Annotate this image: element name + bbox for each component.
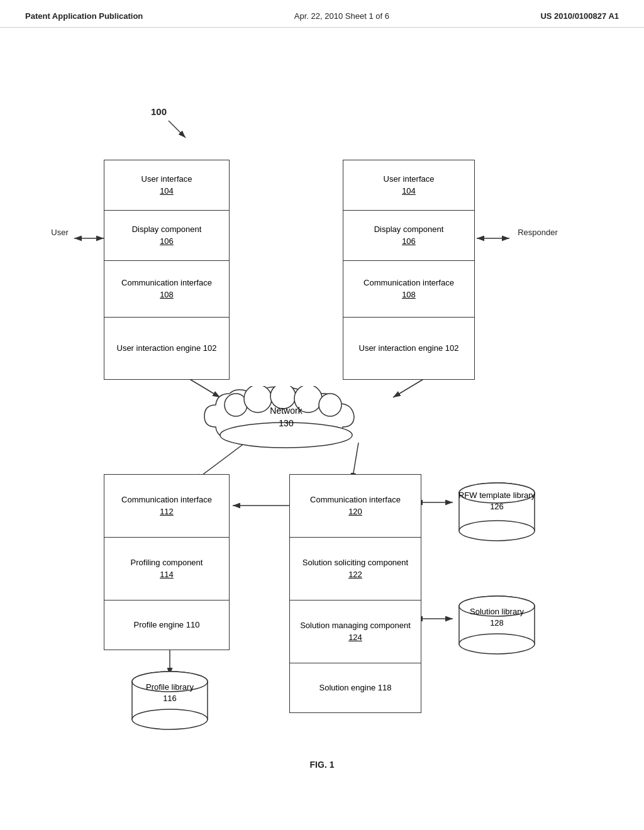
left-display-box: Display component 106 <box>104 211 229 261</box>
svg-point-21 <box>132 709 208 729</box>
page-header: Patent Application Publication Apr. 22, … <box>0 0 644 28</box>
profile-engine-text: Profile engine 110 <box>134 619 200 631</box>
left-display-ref: 106 <box>160 236 174 247</box>
solution-managing-text: Solution managing component <box>300 620 411 631</box>
left-engine-text: User interaction engine 102 <box>117 343 217 354</box>
rfw-template-cylinder: RFW template library 126 <box>453 480 541 543</box>
user-label: User <box>44 228 75 237</box>
comm120-text: Communication interface <box>310 494 401 506</box>
right-ui-text: User interface <box>384 174 435 185</box>
profile-library-cylinder: Profile library 116 <box>126 669 214 732</box>
header-center: Apr. 22, 2010 Sheet 1 of 6 <box>294 11 389 21</box>
header-left: Patent Application Publication <box>25 11 143 21</box>
comm112-box: Communication interface 112 <box>104 475 229 538</box>
profile-engine-box: Communication interface 112 Profiling co… <box>104 474 230 650</box>
solution-library-cylinder: Solution library 128 <box>453 594 541 656</box>
left-ui-text: User interface <box>142 174 192 185</box>
left-comm-ref: 108 <box>160 289 174 301</box>
solution-engine-text: Solution engine 118 <box>319 682 392 694</box>
left-user-interface-box: User interface 104 <box>104 160 229 211</box>
comm120-box: Communication interface 120 <box>290 475 421 538</box>
right-engine-box: User interface 104 Display component 106… <box>343 160 475 380</box>
right-display-text: Display component <box>374 224 444 235</box>
left-ui-ref: 104 <box>160 185 174 197</box>
fig-label: FIG. 1 <box>0 760 644 770</box>
solution-library-text: Solution library <box>470 607 524 616</box>
right-display-box: Display component 106 <box>343 211 474 261</box>
profile-library-text: Profile library <box>146 682 194 692</box>
header-right: US 2010/0100827 A1 <box>540 11 619 21</box>
diagram-area: 100 User Responder User interface 104 Di… <box>0 28 644 782</box>
solution-engine-box: Communication interface 120 Solution sol… <box>289 474 421 713</box>
right-user-interface-box: User interface 104 <box>343 160 474 211</box>
solution-soliciting-text: Solution soliciting component <box>303 557 408 568</box>
rfw-template-text: RFW template library <box>458 490 535 500</box>
responder-label: Responder <box>513 228 563 237</box>
diagram-ref-100: 100 <box>151 106 167 117</box>
network-label: Network <box>270 406 302 416</box>
right-ui-ref: 104 <box>402 185 416 197</box>
left-engine-box: User interface 104 Display component 106… <box>104 160 230 380</box>
solution-soliciting-ref: 122 <box>348 569 362 580</box>
rfw-template-ref: 126 <box>490 502 504 511</box>
right-display-ref: 106 <box>402 236 416 247</box>
svg-point-25 <box>459 521 535 541</box>
network-ref: 130 <box>279 418 293 428</box>
comm120-ref: 120 <box>348 506 362 517</box>
solution-library-ref: 128 <box>490 618 504 628</box>
profiling-ref: 114 <box>160 569 174 580</box>
comm112-ref: 112 <box>160 506 174 517</box>
left-comm-box: Communication interface 108 <box>104 261 229 318</box>
network-cloud: Network 130 <box>198 386 374 452</box>
solution-soliciting-box: Solution soliciting component 122 <box>290 538 421 600</box>
profiling-text: Profiling component <box>131 557 203 568</box>
svg-line-2 <box>169 121 186 138</box>
comm112-text: Communication interface <box>121 494 212 506</box>
profile-library-ref: 116 <box>163 694 177 703</box>
profiling-box: Profiling component 114 <box>104 538 229 600</box>
svg-point-29 <box>459 634 535 654</box>
solution-managing-ref: 124 <box>348 632 362 643</box>
left-display-text: Display component <box>132 224 202 235</box>
left-comm-text: Communication interface <box>121 277 212 289</box>
right-comm-text: Communication interface <box>364 277 454 289</box>
solution-managing-box: Solution managing component 124 <box>290 600 421 663</box>
right-comm-ref: 108 <box>402 289 416 301</box>
right-engine-text: User interaction engine 102 <box>359 343 459 354</box>
right-comm-box: Communication interface 108 <box>343 261 474 318</box>
